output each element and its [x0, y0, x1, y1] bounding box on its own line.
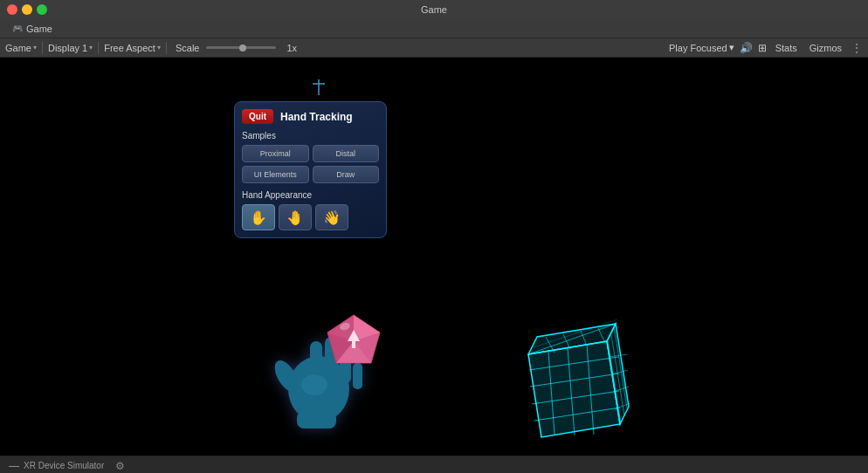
close-button[interactable] — [7, 4, 17, 15]
game-tab-label: Game — [26, 24, 52, 34]
distal-button[interactable]: Distal — [313, 145, 380, 162]
xr-device-label: XR Device Simulator — [24, 461, 104, 470]
game-dropdown-label: Game — [5, 43, 31, 53]
aspect-label: Free Aspect — [104, 43, 155, 53]
hand-icon-2: 🤚 — [286, 209, 304, 226]
scale-slider[interactable] — [206, 46, 276, 49]
tab-bar: 🎮 Game — [0, 19, 868, 38]
aspect-dropdown[interactable]: Free Aspect ▾ — [104, 43, 161, 53]
appearance-label: Hand Appearance — [242, 190, 379, 200]
gizmos-button[interactable]: Gizmos — [806, 42, 845, 54]
xr-device-item: — XR Device Simulator ⚙ — [9, 460, 125, 472]
speaker-icon[interactable]: 🔊 — [740, 42, 753, 54]
display-arrow: ▾ — [89, 44, 93, 51]
window-title: Game — [421, 4, 447, 15]
play-focused-button[interactable]: Play Focused ▾ — [669, 42, 734, 53]
display-grid-icon[interactable]: ⊞ — [758, 42, 767, 54]
svg-marker-17 — [528, 341, 620, 437]
game-viewport: Quit Hand Tracking Samples Proximal Dist… — [0, 58, 868, 456]
maximize-button[interactable] — [37, 4, 47, 15]
gem-figure — [323, 311, 384, 371]
hand-tracking-panel: Quit Hand Tracking Samples Proximal Dist… — [234, 101, 387, 238]
toolbar: Game ▾ Display 1 ▾ Free Aspect ▾ Scale 1… — [0, 38, 868, 58]
xr-tracker-indicator — [306, 79, 332, 95]
hand-appearance-btn-2[interactable]: 🤚 — [279, 204, 312, 230]
hand-icon-3: 👋 — [323, 209, 341, 226]
panel-title: Hand Tracking — [280, 111, 353, 123]
svg-point-6 — [301, 374, 327, 395]
draw-button[interactable]: Draw — [313, 166, 380, 183]
scale-slider-thumb — [239, 45, 246, 51]
game-dropdown-arrow: ▾ — [33, 44, 37, 51]
cube-figure — [515, 311, 646, 454]
proximal-button[interactable]: Proximal — [242, 145, 309, 162]
title-bar: Game — [0, 0, 868, 19]
hand-appearance-btn-3[interactable]: 👋 — [315, 204, 348, 230]
dash-icon: — — [9, 460, 19, 472]
gear-icon[interactable]: ⚙ — [115, 460, 125, 472]
toolbar-divider-3 — [166, 42, 167, 54]
toolbar-right: Play Focused ▾ 🔊 ⊞ Stats Gizmos ⋮ — [669, 41, 863, 55]
play-focused-label: Play Focused — [669, 43, 727, 53]
hand-icon-1: ✋ — [250, 209, 267, 226]
scale-value: 1x — [286, 43, 297, 53]
samples-label: Samples — [242, 131, 379, 141]
traffic-lights — [7, 4, 47, 15]
svg-rect-7 — [297, 411, 336, 428]
more-options-button[interactable]: ⋮ — [851, 41, 863, 55]
panel-header: Quit Hand Tracking — [242, 109, 379, 124]
game-dropdown[interactable]: Game ▾ — [5, 43, 37, 53]
aspect-arrow: ▾ — [157, 44, 161, 51]
svg-rect-15 — [352, 341, 355, 348]
game-tab-icon: 🎮 — [12, 24, 23, 33]
quit-button[interactable]: Quit — [242, 109, 273, 124]
scale-label: Scale — [176, 43, 200, 53]
stats-button[interactable]: Stats — [772, 42, 801, 54]
display-label: Display 1 — [48, 43, 87, 53]
play-focused-arrow: ▾ — [729, 42, 734, 53]
samples-grid: Proximal Distal UI Elements Draw — [242, 145, 379, 183]
game-tab[interactable]: 🎮 Game — [7, 22, 58, 36]
ui-elements-button[interactable]: UI Elements — [242, 166, 309, 183]
toolbar-divider-1 — [42, 42, 43, 54]
hand-appearance-btn-1[interactable]: ✋ — [242, 204, 275, 230]
bottom-bar: — XR Device Simulator ⚙ — [0, 456, 868, 473]
appearance-buttons: ✋ 🤚 👋 — [242, 204, 379, 230]
minimize-button[interactable] — [22, 4, 32, 15]
toolbar-divider-2 — [98, 42, 99, 54]
display-dropdown[interactable]: Display 1 ▾ — [48, 43, 93, 53]
